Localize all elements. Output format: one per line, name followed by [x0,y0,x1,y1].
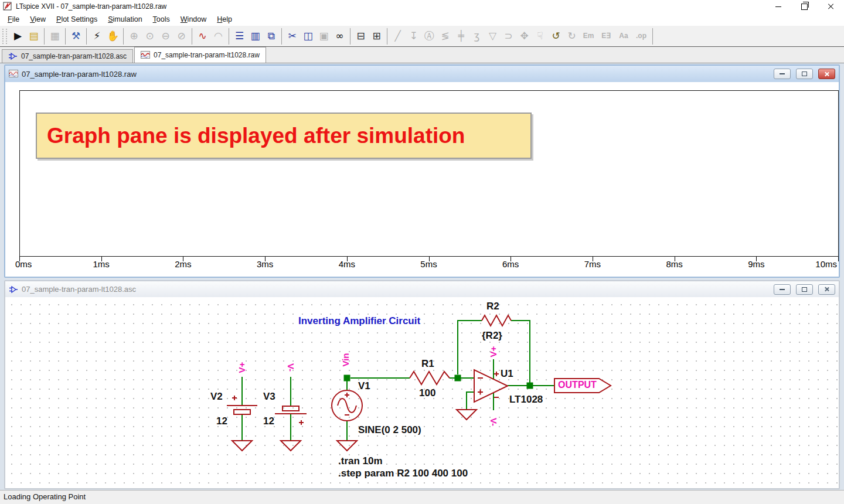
toolbar-separator [192,28,192,45]
vplus-flag[interactable]: V+ [236,359,248,376]
schematic-window-title: 07_sample-tran-param-lt1028.asc [22,285,136,294]
schematic-file-icon [9,285,18,294]
title-bar: LTspice XVII - 07_sample-tran-param-lt10… [0,0,844,13]
v3-refdes[interactable]: V3 [263,391,275,403]
vminus-flag[interactable]: V- [285,359,297,376]
r2-refdes[interactable]: R2 [486,301,499,312]
app-icon [3,2,12,11]
ltspice-main-window: LTspice XVII - 07_sample-tran-param-lt10… [0,0,844,504]
vin-net-label[interactable]: Vin [340,351,352,369]
menu-file[interactable]: File [2,13,25,26]
u1-refdes[interactable]: U1 [501,368,513,380]
toolbar: ▶▤▦⚒⚡✋⊕⊙⊖⊘∿◠☰▥⧉✂◫▣∞⊟⊞╱↧Ⓐ≶╪ʒ▽⊃✥☟↺↻EmE∃Aa.… [0,26,844,47]
r2-value[interactable]: {R2} [482,330,502,342]
run-button[interactable]: ⚡ [90,28,104,44]
x-axis-label: 10ms [802,259,837,269]
tran-directive[interactable]: .tran 10m [338,455,383,467]
toolbar-separator [86,28,87,45]
cascade-button[interactable]: ⧉ [264,28,278,44]
toolbar-separator [229,28,229,45]
restore-icon [801,4,808,10]
r1-value[interactable]: 100 [419,387,435,399]
restore-button[interactable] [791,0,818,13]
x-axis-label: 2ms [165,259,200,269]
x-axis-label: 6ms [493,259,528,269]
label-net-button: Ⓐ [422,28,437,44]
control-panel-button[interactable]: ⚒ [69,28,83,44]
waveform-file-icon [141,50,150,60]
close-button[interactable] [818,0,844,13]
print-setup-button[interactable]: ⊞ [369,28,384,44]
child-minimize-button[interactable] [774,284,791,295]
child-close-button[interactable] [818,69,835,79]
text-button: Aa [615,28,632,44]
v2-value[interactable]: 12 [216,416,227,427]
menu-window[interactable]: Window [175,13,212,26]
x-axis-label: 1ms [84,259,119,269]
halt-button: ✋ [106,28,120,44]
step-param-directive[interactable]: .step param R2 100 400 100 [338,468,468,479]
callout-text: Graph pane is displayed after simulation [47,124,465,148]
component-button: ⊃ [501,28,516,44]
toolbar-separator [281,28,282,45]
find-button[interactable]: ∞ [332,28,347,44]
child-restore-button[interactable] [796,69,813,79]
x-axis-label: 5ms [411,259,447,269]
x-axis-label: 0ms [15,259,50,269]
tab-waveform-file[interactable]: 07_sample-tran-param-lt1028.raw [134,47,266,63]
undo-button[interactable]: ↺ [549,28,563,44]
schematic-canvas[interactable]: Inverting Amplifier Circuit V2 12 V3 12 … [5,297,839,488]
copy-button[interactable]: ◫ [301,28,315,44]
status-text: Loading Operating Point [4,492,86,501]
new-schematic-button[interactable]: ▶ [11,28,25,44]
toolbar-separator [44,28,45,45]
menu-help[interactable]: Help [212,13,237,26]
child-close-button[interactable] [818,284,835,295]
toolbar-separator [652,28,653,45]
cut-button[interactable]: ✂ [285,28,300,44]
x-axis-label: 7ms [575,259,610,269]
autorange-button[interactable]: ∿ [195,28,210,44]
close-icon [824,287,829,292]
minimize-icon [780,289,785,290]
x-axis-label: 4ms [329,259,365,269]
x-axis-label: 3ms [247,259,283,269]
x-axis-label: 9ms [738,259,774,269]
v3-value[interactable]: 12 [263,416,274,427]
menu-tools[interactable]: Tools [148,13,175,26]
u1-value[interactable]: LT1028 [509,394,543,406]
output-port-label[interactable]: OUTPUT [556,380,599,390]
v2-refdes[interactable]: V2 [210,391,223,403]
tile-vertical-button[interactable]: ▥ [248,28,263,44]
waveform-window: 07_sample-tran-param-lt1028.raw 0ms1ms2m… [4,64,840,278]
opamp-vplus-flag[interactable]: V+ [488,343,499,360]
waveform-pane[interactable]: 0ms1ms2ms3ms4ms5ms6ms7ms8ms9ms10ms Graph… [5,82,839,277]
menu-view[interactable]: View [25,13,51,26]
toolbar-separator [350,28,350,45]
minimize-button[interactable] [765,0,791,13]
child-minimize-button[interactable] [774,69,791,79]
schematic-window-titlebar[interactable]: 07_sample-tran-param-lt1028.asc [5,281,839,297]
zoom-in-button: ⊕ [127,28,141,44]
inductor-button: ʒ [469,28,484,44]
print-button[interactable]: ⊟ [353,28,368,44]
redo-button: ↻ [564,28,579,44]
wire-button: ╱ [390,28,405,44]
tab-label: 07_sample-tran-param-lt1028.raw [154,51,260,59]
r1-refdes[interactable]: R1 [421,358,434,370]
child-restore-button[interactable] [796,284,813,295]
spice-directive-button: .op [633,28,649,44]
tile-horizontal-button[interactable]: ☰ [232,28,247,44]
opamp-vminus-flag[interactable]: V- [488,413,499,431]
v1-value[interactable]: SINE(0 2 500) [358,424,421,436]
restore-icon [802,71,807,76]
v1-refdes[interactable]: V1 [358,380,370,392]
save-button: ▦ [47,28,62,44]
open-button[interactable]: ▤ [26,28,41,44]
menu-plot-settings[interactable]: Plot Settings [51,13,103,26]
waveform-window-titlebar[interactable]: 07_sample-tran-param-lt1028.raw [5,66,839,82]
tab-schematic-file[interactable]: 07_sample-tran-param-lt1028.asc [2,49,133,63]
drag-button: ☟ [533,28,547,44]
menu-simulation[interactable]: Simulation [103,13,147,26]
close-icon [828,3,835,10]
